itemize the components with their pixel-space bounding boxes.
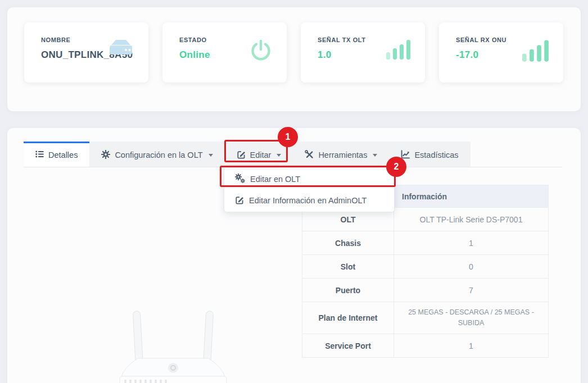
tab-label: Detalles [48, 151, 78, 159]
row-value: 0 [394, 255, 549, 279]
annotation-box-step1 [224, 140, 288, 162]
row-value: OLT TP-Link Serie DS-P7001 [394, 208, 549, 231]
tab-label: Herramientas [318, 151, 367, 159]
tab-label: Configuración en la OLT [115, 151, 202, 159]
tab-herramientas[interactable]: Herramientas [293, 142, 389, 167]
table-row: Plan de Internet 25 MEGAS - DESCARGA / 2… [302, 302, 549, 334]
stat-cards-row: NOMBRE ONU_TPLINK_8A50 ESTADO Online [24, 22, 563, 83]
stat-card-senal-tx: SEÑAL TX OLT 1.0 [301, 22, 425, 83]
row-label: Plan de Internet [302, 302, 394, 334]
row-label: Chasis [302, 231, 394, 255]
tools-icon [305, 150, 314, 161]
chevron-down-icon [209, 154, 213, 157]
row-label: Slot [302, 255, 394, 279]
row-label: Puerto [302, 279, 394, 302]
signal-bars-icon [386, 39, 411, 62]
row-value: 25 MEGAS - DESCARGA / 25 MEGAS - SUBIDA [394, 302, 549, 334]
signal-bars-icon [522, 39, 549, 64]
annotation-box-step2 [220, 166, 396, 187]
annotation-step-badge: 2 [386, 157, 406, 177]
tab-detalles[interactable]: Detalles [24, 142, 89, 167]
table-row: Puerto 7 [302, 279, 549, 302]
stat-card-estado: ESTADO Online [162, 22, 287, 83]
gear-icon [101, 150, 110, 161]
router-icon [107, 39, 134, 61]
stat-card-nombre: NOMBRE ONU_TPLINK_8A50 [24, 22, 148, 83]
onu-device-image [114, 309, 232, 383]
table-row: Slot 0 [302, 255, 549, 279]
table-row: Chasis 1 [302, 231, 549, 255]
annotation-step-badge: 1 [278, 127, 298, 147]
table-row: Service Port 1 [302, 334, 549, 358]
power-icon [249, 39, 273, 65]
summary-panel: NOMBRE ONU_TPLINK_8A50 ESTADO Online [7, 7, 581, 111]
menu-item-editar-informacion-adminolt[interactable]: Editar Información en AdminOLT [224, 190, 394, 211]
menu-item-label: Editar Información en AdminOLT [249, 196, 367, 205]
row-value: 1 [394, 231, 549, 255]
tab-label: Estadísticas [414, 151, 458, 159]
chevron-down-icon [373, 154, 377, 157]
edit-icon [235, 195, 244, 206]
table-header-informacion: Información [394, 185, 549, 208]
tab-configuracion-olt[interactable]: Configuración en la OLT [89, 142, 224, 167]
row-label: Service Port [302, 334, 394, 358]
stat-card-senal-rx: SEÑAL RX ONU -17.0 [439, 22, 563, 83]
row-value: 7 [394, 279, 549, 302]
list-icon [35, 150, 44, 160]
row-value: 1 [394, 334, 549, 358]
